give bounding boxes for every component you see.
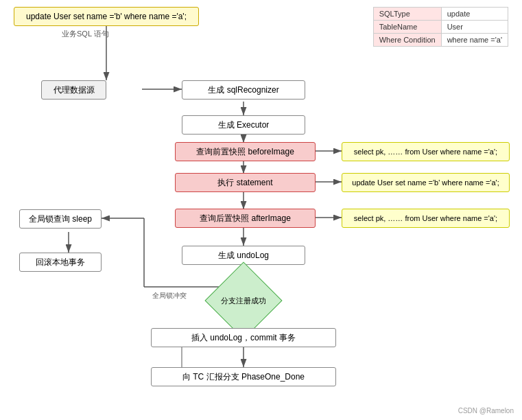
info-value-tablename: User [441,21,508,34]
info-row-tablename: TableName User [373,21,508,34]
sql-statement-box: update User set name ='b' where name ='a… [14,7,199,26]
insert-commit-box: 插入 undoLog，commit 事务 [151,328,336,347]
rollback-local-text: 回滚本地事务 [36,257,85,268]
global-lock-sleep-text: 全局锁查询 sleep [29,213,92,225]
before-sql-text: select pk, …… from User where name ='a'; [354,148,497,156]
watermark: CSDN @Ramelon [458,407,514,415]
info-row-sqltype: SQLType update [373,8,508,21]
before-image-text: 查询前置快照 beforeImage [196,146,294,158]
executor-text: 生成 Executor [218,119,270,131]
statement-text: 执行 statement [217,177,272,189]
proxy-text: 代理数据源 [54,84,95,96]
recognizer-text: 生成 sqlRecognizer [208,84,278,96]
svg-text:全局锁冲突: 全局锁冲突 [152,292,187,299]
executor-box: 生成 Executor [182,115,305,135]
recognizer-box: 生成 sqlRecognizer [182,80,305,100]
statement-sql-box: update User set name ='b' where name ='a… [342,173,510,192]
before-sql-box: select pk, …… from User where name ='a'; [342,142,510,161]
info-label-tablename: TableName [373,21,441,34]
statement-box: 执行 statement [175,173,316,192]
sql-label: 业务SQL 语句 [62,29,109,39]
undo-log-text: 生成 undoLog [218,250,269,261]
after-sql-text: select pk, …… from User where name ='a'; [354,214,497,222]
info-value-sqltype: update [441,8,508,21]
info-value-condition: where name ='a' [441,34,508,47]
report-tc-box: 向 TC 汇报分支 PhaseOne_Done [151,367,336,386]
info-row-condition: Where Condition where name ='a' [373,34,508,47]
diamond-text: 分支注册成功 [221,296,266,306]
sql-statement-text: update User set name ='b' where name ='a… [26,12,187,21]
after-sql-box: select pk, …… from User where name ='a'; [342,209,510,228]
diagram: 全局锁冲突 update User set name ='b' where na… [0,0,522,420]
proxy-box: 代理数据源 [41,80,106,100]
rollback-local-box: 回滚本地事务 [19,253,102,272]
before-image-box: 查询前置快照 beforeImage [175,142,316,161]
statement-sql-text: update User set name ='b' where name ='a… [352,178,499,187]
info-label-condition: Where Condition [373,34,441,47]
after-image-text: 查询后置快照 afterImage [200,213,291,224]
global-lock-sleep-box: 全局锁查询 sleep [19,209,102,229]
after-image-box: 查询后置快照 afterImage [175,209,316,228]
info-table: SQLType update TableName User Where Cond… [373,7,508,47]
info-label-sqltype: SQLType [373,8,441,21]
insert-commit-text: 插入 undoLog，commit 事务 [191,332,296,344]
report-tc-text: 向 TC 汇报分支 PhaseOne_Done [182,371,305,383]
